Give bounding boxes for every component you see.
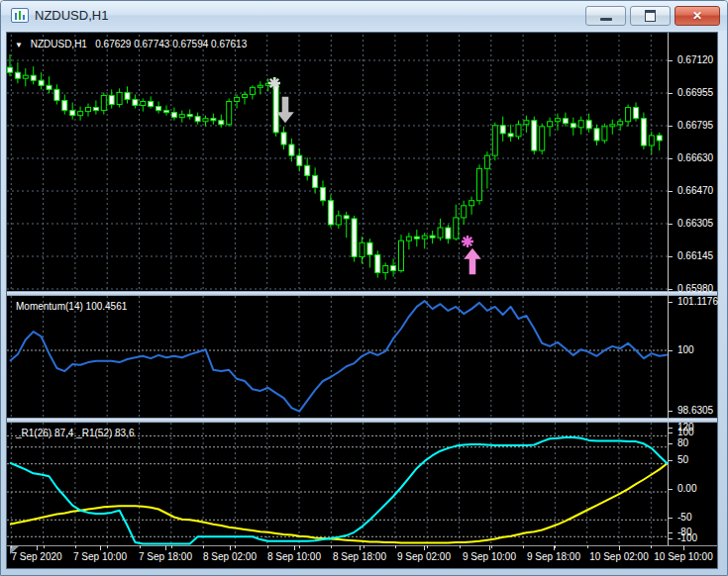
candle-bull	[203, 119, 208, 122]
chart-window: NZDUSD,H1 ✕ ▼ NZDUSD,H1 0.67629 0.67743 …	[0, 0, 728, 576]
momentum-indicator-label: Momentum(14) 100.4561	[16, 301, 127, 312]
axis-minor-tick	[364, 545, 364, 548]
candle-bull	[78, 112, 83, 116]
axis-minor-tick	[203, 545, 204, 548]
axis-minor-tick	[587, 545, 588, 548]
buy-signal-star-icon	[462, 236, 473, 247]
momentum-chart-canvas[interactable]	[7, 296, 668, 418]
axis-tick	[230, 545, 231, 550]
chevron-down-icon[interactable]: ▼	[15, 41, 23, 49]
candle-bull	[406, 237, 411, 240]
candle-bear	[367, 242, 372, 254]
minimize-icon	[600, 18, 612, 21]
candle-bull	[492, 126, 497, 155]
candle-bear	[532, 121, 537, 150]
r1-chart-canvas[interactable]	[7, 423, 668, 545]
candle-bear	[563, 119, 568, 124]
momentum-axis-label: 98.6305	[677, 406, 723, 416]
title-bar[interactable]: NZDUSD,H1 ✕	[1, 1, 727, 31]
axis-tick	[669, 126, 673, 127]
axis-tick	[669, 302, 673, 303]
axis-minor-tick	[11, 545, 12, 548]
candle-bear	[70, 111, 75, 116]
axis-minor-tick	[44, 545, 45, 548]
candle-bull	[610, 125, 615, 127]
axis-minor-tick	[299, 545, 300, 548]
candle-bull	[462, 206, 467, 218]
candle-bull	[179, 115, 184, 118]
axis-minor-tick	[140, 545, 141, 548]
time-axis-label: 10 Sep 10:00	[642, 551, 725, 562]
r1-axis-label: -100	[677, 533, 723, 543]
candle-bear	[62, 100, 67, 110]
r1-axis-label: -50	[677, 513, 723, 523]
r1-axis-label: 80	[677, 438, 723, 448]
axis-tick	[294, 545, 295, 550]
candle-bear	[273, 83, 278, 133]
candle-bull	[258, 85, 262, 87]
candle-bull	[477, 168, 482, 200]
restore-button[interactable]	[630, 6, 671, 26]
candle-bull	[540, 127, 545, 150]
r1-axis-label: 100	[677, 428, 723, 437]
candle-bear	[375, 254, 380, 272]
candle-bull	[117, 92, 122, 104]
candle-bear	[430, 236, 435, 238]
close-icon: ✕	[692, 10, 702, 22]
panel-splitter[interactable]	[7, 291, 717, 296]
candle-bear	[149, 101, 154, 106]
r1-indicator-label: _R1(26) 87,4 _R1(52) 83,6	[16, 428, 135, 438]
axis-tick	[669, 428, 673, 429]
candle-bear	[133, 99, 138, 105]
candle-bull	[548, 122, 553, 127]
axis-tick	[669, 93, 673, 94]
candle-bear	[446, 228, 451, 239]
axis-minor-tick	[619, 545, 620, 548]
sell-signal-arrow-icon	[276, 97, 294, 123]
candle-bull	[454, 218, 459, 239]
chart-symbol-period: NZDUSD,H1	[31, 39, 87, 49]
axis-tick	[37, 545, 38, 550]
axis-minor-tick	[460, 545, 461, 548]
chart-app-icon	[11, 8, 29, 23]
candle-bear	[156, 107, 161, 111]
close-button[interactable]: ✕	[675, 6, 720, 26]
candle-bear	[211, 119, 216, 121]
momentum-axis-label: 100	[677, 345, 723, 355]
axis-minor-tick	[555, 545, 556, 548]
price-axis-label: 0.66795	[677, 121, 723, 131]
price-axis-label: 0.66955	[677, 88, 723, 98]
axis-tick	[669, 158, 673, 159]
candle-bear	[297, 155, 302, 165]
chart-ohlc-header: ▼ NZDUSD,H1 0.67629 0.67743 0.67594 0.67…	[15, 39, 247, 49]
candle-bear	[657, 136, 662, 141]
candle-bull	[336, 216, 341, 225]
candle-bull	[422, 236, 427, 239]
candle-bear	[289, 144, 294, 155]
candle-bull	[101, 95, 106, 110]
price-axis-label: 0.65980	[677, 284, 723, 294]
candle-bear	[15, 72, 20, 78]
panel-splitter[interactable]	[7, 418, 717, 423]
candle-bear	[93, 108, 98, 111]
chart-ohlc-values: 0.67629 0.67743 0.67594 0.67613	[95, 39, 247, 49]
axis-tick	[669, 350, 673, 351]
sell-signal-star-icon	[268, 77, 280, 89]
candle-bear	[500, 126, 505, 134]
r1-line-_R1(26)	[10, 437, 668, 543]
candle-bear	[305, 165, 310, 175]
candle-bear	[281, 133, 286, 144]
candle-bear	[54, 89, 59, 100]
axis-minor-tick	[491, 545, 492, 548]
axis-minor-tick	[171, 545, 172, 548]
time-axis-divider	[7, 545, 717, 546]
candle-bull	[243, 94, 248, 97]
axis-tick	[669, 224, 673, 225]
candle-bear	[641, 119, 646, 145]
axis-tick	[669, 432, 673, 433]
minimize-button[interactable]	[585, 6, 626, 26]
main-chart-canvas[interactable]	[7, 35, 668, 291]
r1-line-_R1(52)	[10, 463, 668, 542]
candle-bear	[31, 75, 36, 80]
candle-bear	[47, 85, 52, 89]
